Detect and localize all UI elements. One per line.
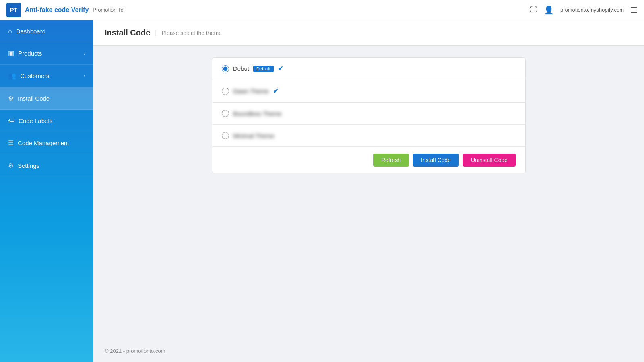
sidebar-label-customers: Customers bbox=[20, 72, 50, 79]
theme-name-3: Boundless Theme bbox=[233, 110, 282, 117]
uninstall-code-button[interactable]: Uninstall Code bbox=[463, 154, 516, 167]
theme-selection-card: Debut Default ✔ Dawn Theme ✔ Boundless T… bbox=[212, 57, 526, 173]
sidebar-label-products: Products bbox=[18, 50, 42, 57]
customers-icon: 👥 bbox=[8, 72, 16, 80]
theme-name-2: Dawn Theme bbox=[233, 88, 269, 95]
header-left: PT Anti-fake code Verify Promotion To bbox=[6, 3, 124, 17]
home-icon: ⌂ bbox=[8, 27, 12, 35]
default-badge-debut: Default bbox=[253, 66, 274, 72]
theme-name-debut: Debut bbox=[233, 65, 249, 72]
theme-option-4: Minimal Theme bbox=[212, 125, 525, 147]
theme-radio-2[interactable] bbox=[222, 88, 229, 95]
code-management-icon: ☰ bbox=[8, 139, 14, 147]
sidebar: ⌂ Dashboard ▣ Products › 👥 Customers › ⚙… bbox=[0, 20, 93, 362]
theme-radio-debut[interactable] bbox=[222, 65, 229, 72]
sidebar-item-install-code[interactable]: ⚙ Install Code bbox=[0, 87, 93, 110]
footer-text: © 2021 - promotionto.com bbox=[105, 348, 165, 354]
theme-option-debut: Debut Default ✔ bbox=[212, 58, 525, 80]
page-subtitle: Please select the theme bbox=[162, 30, 222, 36]
sidebar-item-customers[interactable]: 👥 Customers › bbox=[0, 65, 93, 87]
refresh-button[interactable]: Refresh bbox=[373, 154, 409, 167]
theme-option-2: Dawn Theme ✔ bbox=[212, 80, 525, 103]
products-chevron-icon: › bbox=[84, 51, 85, 56]
main-layout: ⌂ Dashboard ▣ Products › 👥 Customers › ⚙… bbox=[0, 20, 644, 362]
content-body: Debut Default ✔ Dawn Theme ✔ Boundless T… bbox=[93, 46, 644, 340]
sidebar-label-settings: Settings bbox=[18, 162, 39, 169]
check-icon-2: ✔ bbox=[273, 87, 278, 95]
install-code-button[interactable]: Install Code bbox=[413, 154, 459, 167]
app-logo: PT bbox=[6, 3, 21, 17]
card-actions: Refresh Install Code Uninstall Code bbox=[212, 147, 525, 173]
theme-option-3: Boundless Theme bbox=[212, 103, 525, 125]
theme-name-4: Minimal Theme bbox=[233, 132, 274, 139]
sidebar-label-code-labels: Code Labels bbox=[19, 117, 52, 124]
install-code-icon: ⚙ bbox=[8, 95, 14, 102]
settings-icon: ⚙ bbox=[8, 162, 14, 169]
page-title: Install Code bbox=[105, 28, 150, 37]
app-header: PT Anti-fake code Verify Promotion To ⛶ … bbox=[0, 0, 644, 20]
user-avatar-icon: 👤 bbox=[544, 5, 554, 15]
customers-chevron-icon: › bbox=[84, 73, 85, 79]
products-icon: ▣ bbox=[8, 49, 14, 57]
page-header: Install Code | Please select the theme bbox=[93, 20, 644, 46]
footer: © 2021 - promotionto.com bbox=[93, 340, 644, 362]
promotion-label: Promotion To bbox=[93, 7, 123, 13]
sidebar-label-install-code: Install Code bbox=[18, 95, 50, 102]
hamburger-icon[interactable]: ☰ bbox=[630, 5, 638, 15]
theme-radio-4[interactable] bbox=[222, 132, 229, 139]
content-area: Install Code | Please select the theme D… bbox=[93, 20, 644, 362]
user-info[interactable]: promotionto.myshopify.com bbox=[560, 7, 624, 13]
sidebar-item-settings[interactable]: ⚙ Settings bbox=[0, 154, 93, 177]
sidebar-label-dashboard: Dashboard bbox=[16, 28, 45, 35]
expand-icon[interactable]: ⛶ bbox=[530, 6, 537, 14]
theme-radio-3[interactable] bbox=[222, 110, 229, 117]
sidebar-item-dashboard[interactable]: ⌂ Dashboard bbox=[0, 20, 93, 42]
sidebar-label-code-management: Code Management bbox=[18, 140, 69, 146]
check-icon-debut: ✔ bbox=[278, 65, 283, 72]
header-right: ⛶ 👤 promotionto.myshopify.com ☰ bbox=[530, 5, 638, 15]
sidebar-item-code-management[interactable]: ☰ Code Management bbox=[0, 132, 93, 154]
app-name: Anti-fake code Verify bbox=[25, 6, 89, 14]
code-labels-icon: 🏷 bbox=[8, 117, 14, 124]
sidebar-item-code-labels[interactable]: 🏷 Code Labels bbox=[0, 110, 93, 132]
sidebar-item-products[interactable]: ▣ Products › bbox=[0, 42, 93, 65]
